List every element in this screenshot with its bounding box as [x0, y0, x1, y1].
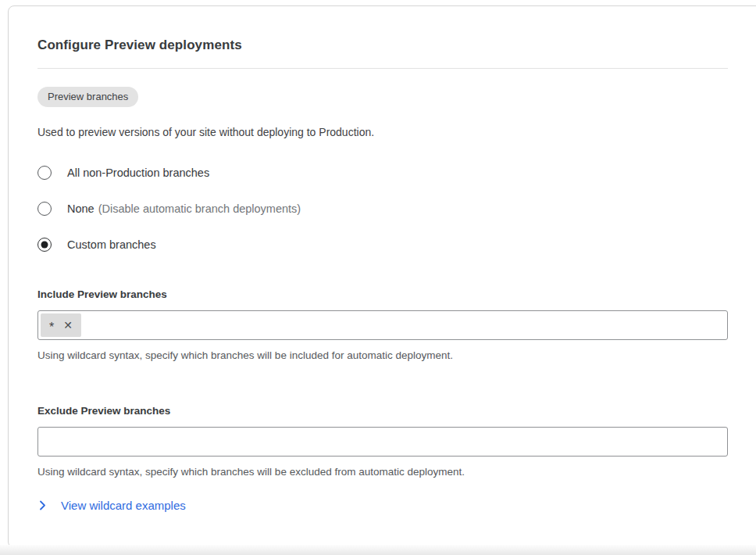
radio-unselected-icon[interactable]: [37, 202, 52, 216]
view-wildcard-examples-link[interactable]: View wildcard examples: [37, 499, 186, 512]
radio-label: None: [67, 202, 94, 215]
radio-label: All non-Production branches: [67, 166, 209, 179]
preview-branches-badge: Preview branches: [37, 87, 138, 107]
section-description: Used to preview versions of your site wi…: [37, 126, 699, 138]
radio-label: Custom branches: [67, 238, 156, 251]
radio-selected-icon[interactable]: [37, 238, 52, 252]
radio-note: (Disable automatic branch deployments): [98, 202, 301, 215]
radio-all-non-production-branches[interactable]: All non-Production branches: [37, 165, 699, 180]
branch-tag-chip: * ✕: [41, 313, 81, 337]
radio-custom-branches[interactable]: Custom branches: [37, 237, 699, 252]
exclude-preview-branches-input[interactable]: [41, 430, 725, 453]
tag-value: *: [49, 324, 54, 331]
include-preview-branches-label: Include Preview branches: [37, 288, 699, 300]
exclude-preview-branches-label: Exclude Preview branches: [37, 405, 699, 417]
page-title: Configure Preview deployments: [37, 38, 699, 53]
title-divider: [37, 68, 728, 69]
radio-none[interactable]: None (Disable automatic branch deploymen…: [37, 201, 699, 216]
remove-tag-icon[interactable]: ✕: [63, 320, 73, 331]
radio-unselected-icon[interactable]: [37, 166, 52, 180]
view-wildcard-examples-label: View wildcard examples: [61, 499, 186, 512]
exclude-help-text: Using wildcard syntax, specify which bra…: [37, 466, 699, 478]
branch-deployment-radio-group: All non-Production branches None (Disabl…: [37, 165, 699, 252]
include-preview-branches-input[interactable]: * ✕: [37, 310, 728, 340]
include-help-text: Using wildcard syntax, specify which bra…: [37, 349, 699, 361]
preview-deployments-card: Configure Preview deployments Preview br…: [8, 5, 756, 548]
exclude-preview-branches-input-wrap: [37, 427, 728, 457]
chevron-right-icon: [37, 500, 48, 510]
page-bottom-fade: [0, 545, 756, 555]
